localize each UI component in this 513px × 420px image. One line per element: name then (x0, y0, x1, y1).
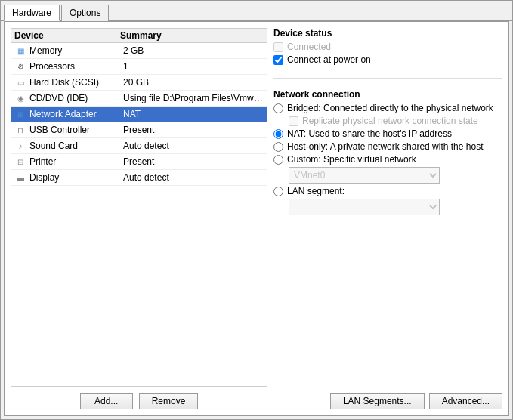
usb-summary: Present (123, 125, 264, 135)
replicate-row: Replicate physical network connection st… (273, 116, 502, 126)
table-row-printer[interactable]: ⊟PrinterPresent (11, 154, 267, 170)
harddisk-summary: 20 GB (123, 77, 264, 88)
network-connection-title: Network connection (273, 89, 502, 100)
add-button[interactable]: Add... (80, 393, 133, 409)
replicate-checkbox[interactable] (289, 116, 298, 126)
main-window: Hardware Options Device Summary ▦Memory2… (0, 0, 513, 420)
bottom-right-buttons: LAN Segments... Advanced... (273, 385, 502, 409)
harddisk-name: Hard Disk (SCSI) (29, 77, 123, 88)
nat-row: NAT: Used to share the host's IP address (273, 128, 502, 139)
hostonly-radio[interactable] (273, 142, 283, 152)
custom-radio[interactable] (273, 155, 283, 165)
tab-options[interactable]: Options (61, 5, 109, 21)
left-panel: Device Summary ▦Memory2 GB⚙Processors1▭H… (11, 28, 267, 409)
lan-segment-row: LAN segment: (273, 186, 502, 196)
table-row-sound[interactable]: ♪Sound CardAuto detect (11, 138, 267, 154)
harddisk-icon: ▭ (14, 76, 26, 88)
tab-bar: Hardware Options (1, 1, 512, 21)
network-summary: NAT (123, 109, 264, 119)
lan-segment-radio[interactable] (273, 187, 283, 196)
cddvd-summary: Using file D:\Program Files\Vmware Wo... (123, 93, 264, 103)
table-row-usb[interactable]: ⊓USB ControllerPresent (11, 122, 267, 138)
table-row-display[interactable]: ▬DisplayAuto detect (11, 170, 267, 186)
printer-name: Printer (29, 156, 123, 167)
sound-name: Sound Card (29, 141, 123, 151)
bridged-row: Bridged: Connected directly to the physi… (273, 103, 502, 113)
custom-dropdown-row: VMnet0 (273, 167, 502, 184)
custom-label: Custom: Specific virtual network (287, 154, 416, 165)
cddvd-name: CD/DVD (IDE) (29, 93, 123, 103)
tab-hardware[interactable]: Hardware (4, 5, 60, 21)
memory-summary: 2 GB (123, 45, 264, 56)
device-status-title: Device status (273, 28, 502, 39)
table-row-cddvd[interactable]: ◉CD/DVD (IDE)Using file D:\Program Files… (11, 91, 267, 107)
table-row-harddisk[interactable]: ▭Hard Disk (SCSI)20 GB (11, 75, 267, 91)
display-icon: ▬ (14, 171, 26, 184)
usb-name: USB Controller (29, 125, 123, 135)
printer-summary: Present (123, 156, 264, 167)
sound-summary: Auto detect (123, 141, 264, 151)
custom-row: Custom: Specific virtual network (273, 154, 502, 165)
network-name: Network Adapter (29, 109, 123, 119)
network-icon: ⊞ (14, 108, 26, 120)
display-name: Display (29, 172, 123, 183)
lan-segments-button[interactable]: LAN Segments... (330, 393, 425, 409)
power-on-checkbox[interactable] (273, 55, 283, 65)
nat-radio[interactable] (273, 129, 283, 139)
memory-name: Memory (29, 45, 123, 56)
content-area: Device Summary ▦Memory2 GB⚙Processors1▭H… (4, 21, 509, 416)
custom-network-select[interactable]: VMnet0 (289, 167, 440, 184)
sound-icon: ♪ (14, 140, 26, 152)
processors-icon: ⚙ (14, 60, 26, 73)
col-header-device: Device (14, 30, 120, 41)
lan-segment-select[interactable] (289, 199, 440, 215)
advanced-button[interactable]: Advanced... (429, 393, 502, 409)
display-summary: Auto detect (123, 172, 264, 183)
processors-name: Processors (29, 61, 123, 72)
table-row-processors[interactable]: ⚙Processors1 (11, 59, 267, 75)
hostonly-label: Host-only: A private network shared with… (287, 141, 483, 152)
cddvd-icon: ◉ (14, 92, 26, 104)
table-row-network[interactable]: ⊞Network AdapterNAT (11, 107, 267, 122)
connected-label: Connected (287, 42, 331, 52)
nat-label: NAT: Used to share the host's IP address (287, 128, 452, 139)
usb-icon: ⊓ (14, 124, 26, 136)
bridged-label: Bridged: Connected directly to the physi… (287, 103, 493, 113)
bottom-buttons: Add... Remove (11, 387, 267, 409)
replicate-label: Replicate physical network connection st… (302, 116, 478, 126)
lan-segment-label: LAN segment: (287, 186, 345, 196)
printer-icon: ⊟ (14, 156, 26, 168)
device-status-section: Device status Connected Connect at power… (273, 28, 502, 67)
remove-button[interactable]: Remove (139, 393, 199, 409)
power-on-row: Connect at power on (273, 54, 502, 65)
network-connection-section: Network connection Bridged: Connected di… (273, 89, 502, 218)
power-on-label: Connect at power on (287, 54, 371, 65)
hostonly-row: Host-only: A private network shared with… (273, 141, 502, 152)
table-row-memory[interactable]: ▦Memory2 GB (11, 43, 267, 59)
right-panel: Device status Connected Connect at power… (273, 28, 502, 409)
device-table: Device Summary ▦Memory2 GB⚙Processors1▭H… (11, 28, 267, 387)
connected-row: Connected (273, 42, 502, 52)
connected-checkbox[interactable] (273, 42, 283, 52)
bridged-radio[interactable] (273, 103, 283, 113)
table-header: Device Summary (11, 29, 267, 43)
col-header-summary: Summary (120, 30, 264, 41)
lan-dropdown-row (273, 199, 502, 215)
processors-summary: 1 (123, 61, 264, 72)
memory-icon: ▦ (14, 45, 26, 57)
table-rows: ▦Memory2 GB⚙Processors1▭Hard Disk (SCSI)… (11, 43, 267, 186)
divider-1 (273, 78, 502, 79)
